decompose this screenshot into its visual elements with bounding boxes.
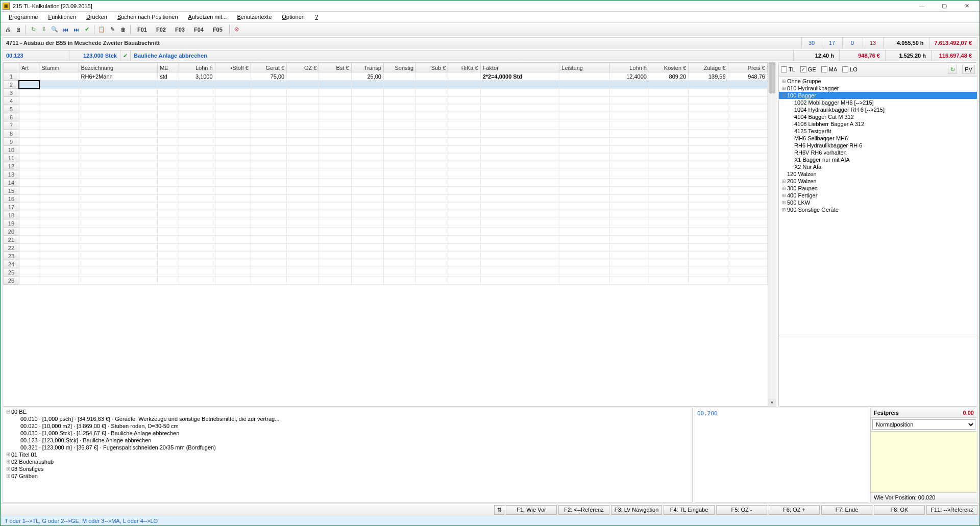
grid-cell[interactable] (351, 89, 383, 97)
grid-cell[interactable] (158, 105, 179, 113)
grid-cell[interactable] (215, 121, 251, 130)
grid-cell[interactable] (351, 121, 383, 130)
grid-cell[interactable] (448, 105, 480, 113)
grid-cell[interactable] (287, 97, 319, 105)
grid-cell[interactable] (79, 187, 158, 195)
grid-cell[interactable] (215, 252, 251, 260)
grid-cell[interactable] (287, 219, 319, 228)
grid-cell[interactable] (19, 195, 39, 203)
col-header[interactable]: Kosten € (649, 63, 688, 72)
note-area[interactable] (871, 432, 977, 493)
grid-cell[interactable] (319, 81, 351, 89)
grid-cell[interactable] (649, 187, 688, 195)
grid-cell[interactable] (689, 260, 728, 268)
grid-cell[interactable] (251, 113, 286, 121)
grid-cell[interactable] (19, 277, 39, 285)
grid-cell[interactable] (559, 268, 609, 277)
grid-cell[interactable] (448, 268, 480, 277)
grid-cell[interactable] (689, 121, 728, 130)
grid-cell[interactable] (559, 97, 609, 105)
grid-cell[interactable] (689, 252, 728, 260)
grid-cell[interactable] (728, 146, 767, 154)
grid-cell[interactable] (649, 130, 688, 138)
grid-cell[interactable] (448, 97, 480, 105)
grid-cell[interactable] (609, 89, 649, 97)
grid-cell[interactable] (39, 138, 79, 146)
export-icon[interactable]: ⇩ (39, 24, 49, 35)
grid-cell[interactable] (287, 268, 319, 277)
col-header[interactable]: Art (19, 63, 39, 72)
col-header[interactable]: Leistung (559, 63, 609, 72)
grid-cell[interactable] (287, 228, 319, 236)
grid-cell[interactable] (383, 138, 415, 146)
grid-cell[interactable] (649, 105, 688, 113)
grid-cell[interactable] (179, 146, 215, 154)
grid-cell[interactable] (383, 97, 415, 105)
grid-cell[interactable] (287, 146, 319, 154)
tree-item[interactable]: ⊞300 Raupen (779, 185, 977, 192)
grid-cell[interactable]: 3,1000 (179, 72, 215, 81)
tree-refresh-icon[interactable]: ↻ (948, 65, 957, 74)
grid-cell[interactable] (215, 138, 251, 146)
grid-cell[interactable] (287, 89, 319, 97)
grid-cell[interactable] (609, 154, 649, 162)
position-tree-item[interactable]: 00.123 · [123,000 Stck] · Bauliche Anlag… (3, 437, 692, 444)
grid-cell[interactable] (179, 162, 215, 170)
grid-cell[interactable] (215, 146, 251, 154)
menu-programme[interactable]: Programme (4, 13, 43, 21)
col-header[interactable]: ME (158, 63, 179, 72)
grid-cell[interactable] (649, 170, 688, 179)
grid-cell[interactable] (689, 244, 728, 252)
grid-cell[interactable] (79, 138, 158, 146)
grid-cell[interactable] (351, 244, 383, 252)
grid-cell[interactable] (351, 105, 383, 113)
fkey-f7[interactable]: F7: Ende (821, 505, 872, 515)
grid-cell[interactable] (287, 154, 319, 162)
tree-item[interactable]: 4125 Testgerät (779, 128, 977, 135)
grid-cell[interactable] (158, 121, 179, 130)
menu-suchen-nach-positionen[interactable]: Suchen nach Positionen (112, 13, 183, 21)
fkey-f5[interactable]: F5: OZ - (716, 505, 767, 515)
expand-icon[interactable]: ⊞ (5, 459, 11, 465)
grid-cell[interactable] (319, 277, 351, 285)
grid-cell[interactable] (79, 277, 158, 285)
grid-cell[interactable] (559, 195, 609, 203)
edit-icon[interactable]: ✎ (107, 24, 117, 35)
grid-cell[interactable] (416, 252, 448, 260)
grid-cell[interactable] (351, 260, 383, 268)
position-tree-item[interactable]: ⊟00 BE (3, 408, 692, 415)
grid-cell[interactable] (179, 179, 215, 187)
grid-cell[interactable]: std (158, 72, 179, 81)
grid-cell[interactable] (480, 146, 559, 154)
scroll-thumb[interactable] (769, 63, 775, 93)
grid-cell[interactable] (19, 162, 39, 170)
grid-cell[interactable] (39, 146, 79, 154)
grid-cell[interactable] (689, 113, 728, 121)
grid-cell[interactable] (351, 277, 383, 285)
grid-cell[interactable] (319, 162, 351, 170)
grid-cell[interactable] (319, 203, 351, 211)
fkey-f4[interactable]: F4: TL Eingabe (664, 505, 715, 515)
grid-cell[interactable] (728, 105, 767, 113)
grid-cell[interactable] (480, 170, 559, 179)
grid-cell[interactable] (287, 72, 319, 81)
grid-cell[interactable] (649, 146, 688, 154)
grid-cell[interactable] (383, 72, 415, 81)
refresh-icon[interactable]: ↻ (28, 24, 38, 35)
grid-cell[interactable] (609, 277, 649, 285)
grid-cell[interactable] (448, 179, 480, 187)
grid-cell[interactable] (215, 228, 251, 236)
next-icon[interactable]: ⏭ (71, 24, 81, 35)
grid-cell[interactable] (416, 170, 448, 179)
grid-cell[interactable] (689, 162, 728, 170)
grid-cell[interactable] (158, 277, 179, 285)
grid-cell[interactable] (19, 187, 39, 195)
grid-cell[interactable] (448, 228, 480, 236)
grid-cell[interactable] (689, 179, 728, 187)
grid-cell[interactable] (689, 277, 728, 285)
grid-cell[interactable] (39, 244, 79, 252)
grid-cell[interactable] (728, 260, 767, 268)
col-header[interactable]: Faktor (480, 63, 559, 72)
grid-cell[interactable] (215, 113, 251, 121)
grid-cell[interactable] (179, 81, 215, 89)
